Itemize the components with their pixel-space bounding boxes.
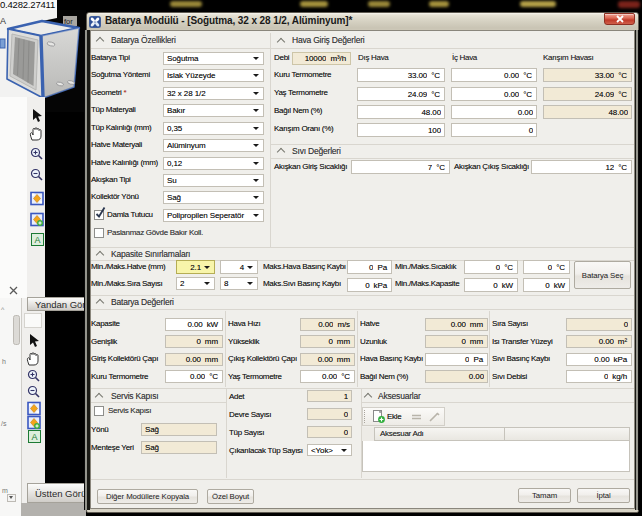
svg-text:A: A <box>34 235 40 245</box>
svg-text:A: A <box>0 16 6 26</box>
svg-text:A: A <box>31 432 37 442</box>
